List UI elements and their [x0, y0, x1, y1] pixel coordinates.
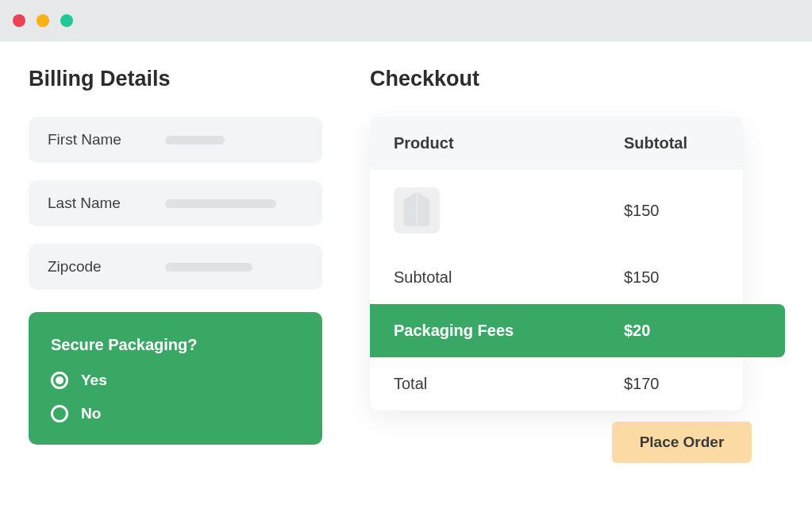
place-order-button[interactable]: Place Order	[612, 422, 752, 463]
last-name-label: Last Name	[48, 195, 143, 212]
subtotal-row: Subtotal $150	[370, 251, 743, 304]
checkout-header: Product Subtotal	[370, 117, 743, 170]
zipcode-field[interactable]: Zipcode	[29, 244, 322, 290]
zipcode-label: Zipcode	[48, 258, 143, 276]
shirt-icon	[401, 193, 433, 228]
line-item-price: $150	[624, 202, 719, 220]
radio-icon	[51, 372, 68, 389]
checkout-card: Product Subtotal $150 Subtotal $150 Pack…	[370, 117, 743, 411]
window-close-dot[interactable]	[13, 14, 25, 27]
window-minimize-dot[interactable]	[37, 14, 49, 27]
subtotal-value: $150	[624, 268, 719, 287]
packaging-value: $20	[624, 322, 761, 340]
window-titlebar	[0, 0, 812, 41]
secure-packaging-card: Secure Packaging? Yes No	[29, 312, 322, 445]
placeholder-bar	[165, 199, 276, 208]
subtotal-label: Subtotal	[394, 268, 452, 287]
packaging-label: Packaging Fees	[394, 322, 514, 340]
first-name-label: First Name	[48, 131, 143, 148]
total-value: $170	[624, 375, 719, 393]
placeholder-bar	[165, 136, 225, 145]
radio-label: Yes	[81, 372, 107, 389]
total-label: Total	[394, 375, 427, 393]
secure-packaging-yes[interactable]: Yes	[51, 372, 300, 389]
product-thumbnail	[394, 187, 440, 233]
radio-label: No	[81, 405, 101, 422]
header-product: Product	[394, 134, 454, 152]
secure-packaging-no[interactable]: No	[51, 405, 300, 422]
placeholder-bar	[165, 263, 252, 272]
line-item-row: $150	[370, 170, 743, 251]
window-maximize-dot[interactable]	[60, 14, 73, 27]
packaging-fees-row: Packaging Fees $20	[370, 304, 785, 357]
first-name-field[interactable]: First Name	[29, 117, 322, 163]
header-subtotal: Subtotal	[624, 134, 719, 152]
secure-packaging-title: Secure Packaging?	[51, 336, 300, 354]
total-row: Total $170	[370, 357, 743, 411]
radio-icon	[51, 405, 68, 422]
last-name-field[interactable]: Last Name	[29, 180, 322, 226]
billing-heading: Billing Details	[29, 67, 322, 91]
checkout-heading: Checkkout	[370, 67, 783, 91]
